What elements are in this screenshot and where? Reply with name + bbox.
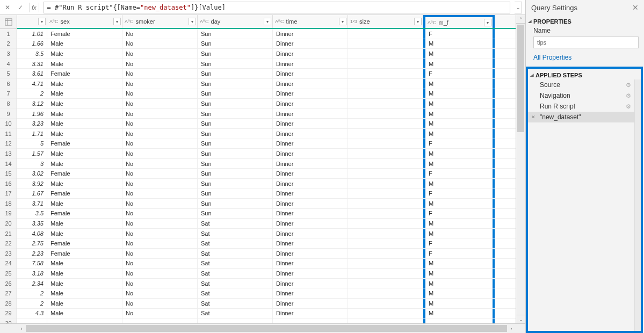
cell[interactable]: Female <box>47 69 122 78</box>
properties-section-title[interactable]: PROPERTIES <box>526 15 644 26</box>
cell[interactable]: Male <box>47 59 122 69</box>
cell[interactable]: Sun <box>198 149 273 158</box>
cell[interactable]: No <box>122 99 198 108</box>
cell[interactable]: 1.57 <box>17 149 47 158</box>
table-row[interactable]: 3.12MaleNoSunDinnerM <box>17 99 516 109</box>
column-header-sex[interactable]: AᴮCsex▾ <box>47 15 122 28</box>
cell[interactable]: 3.5 <box>17 209 47 219</box>
row-number[interactable]: 17 <box>0 189 17 199</box>
cell[interactable]: 4.71 <box>17 79 47 89</box>
cell[interactable]: M <box>423 229 495 238</box>
cell[interactable]: Sun <box>198 159 273 169</box>
cell[interactable]: No <box>122 69 198 78</box>
cell[interactable]: 3.31 <box>17 59 47 69</box>
table-row[interactable]: 3.35MaleNoSatDinnerM <box>17 219 516 229</box>
cell[interactable]: No <box>122 219 198 228</box>
cell[interactable]: No <box>122 119 198 128</box>
cell[interactable]: Sun <box>198 69 273 78</box>
cancel-icon[interactable]: ✕ <box>3 3 12 12</box>
cell[interactable]: Male <box>47 199 122 208</box>
cell[interactable]: Sun <box>198 179 273 189</box>
row-number[interactable]: 16 <box>0 179 17 189</box>
row-number[interactable]: 26 <box>0 279 17 289</box>
cell[interactable]: Sun <box>198 39 273 49</box>
row-number[interactable]: 25 <box>0 269 17 279</box>
cell[interactable]: Male <box>47 279 122 288</box>
cell[interactable]: 3.18 <box>17 269 47 278</box>
hscroll-thumb[interactable] <box>26 325 507 332</box>
cell[interactable]: Female <box>47 189 122 199</box>
column-filter-button[interactable]: ▾ <box>113 18 121 25</box>
row-number[interactable]: 13 <box>0 149 17 159</box>
fx-icon[interactable]: fx <box>29 3 39 12</box>
cell[interactable]: 2 <box>17 89 47 99</box>
cell[interactable]: Dinner <box>273 238 348 248</box>
cell[interactable]: 4.3 <box>17 309 47 318</box>
applied-step[interactable]: Source⚙ <box>528 79 634 90</box>
cell[interactable]: Female <box>47 249 122 258</box>
cell[interactable]: M <box>423 299 495 308</box>
cell[interactable]: Sat <box>198 299 273 308</box>
cell[interactable]: Dinner <box>273 179 348 189</box>
row-number[interactable]: 28 <box>0 299 17 309</box>
cell[interactable] <box>348 288 423 298</box>
column-header-time[interactable]: AᴮCtime▾ <box>273 15 348 28</box>
cell[interactable]: Sun <box>198 99 273 108</box>
cell[interactable]: Dinner <box>273 269 348 278</box>
table-row[interactable] <box>17 318 516 323</box>
table-row[interactable]: 3.31MaleNoSunDinnerM <box>17 59 516 69</box>
gear-icon[interactable]: ⚙ <box>626 82 631 89</box>
table-row[interactable]: 3.02FemaleNoSunDinnerF <box>17 169 516 179</box>
cell[interactable]: Dinner <box>273 129 348 139</box>
cell[interactable]: No <box>122 179 198 189</box>
cell[interactable]: Sun <box>198 109 273 119</box>
cell[interactable]: M <box>423 219 495 228</box>
table-row[interactable]: 5FemaleNoSunDinnerF <box>17 139 516 149</box>
cell[interactable]: Male <box>47 119 122 128</box>
cell[interactable]: 5 <box>17 139 47 149</box>
row-number[interactable]: 11 <box>0 129 17 139</box>
cell[interactable]: Male <box>47 309 122 318</box>
cell[interactable]: Dinner <box>273 279 348 288</box>
row-number[interactable]: 24 <box>0 259 17 269</box>
row-number[interactable]: 3 <box>0 49 17 59</box>
cell[interactable]: M <box>423 79 495 89</box>
cell[interactable]: No <box>122 79 198 89</box>
cell[interactable]: Male <box>47 299 122 308</box>
cell[interactable]: F <box>423 249 495 258</box>
close-icon[interactable]: ✕ <box>632 3 639 12</box>
cell[interactable]: 1.96 <box>17 109 47 119</box>
cell[interactable] <box>348 39 423 49</box>
cell[interactable]: M <box>423 89 495 99</box>
cell[interactable]: M <box>423 99 495 108</box>
cell[interactable] <box>348 269 423 278</box>
cell[interactable]: No <box>122 59 198 69</box>
cell[interactable]: Sat <box>198 259 273 269</box>
cell[interactable]: Dinner <box>273 229 348 238</box>
cell[interactable]: No <box>122 39 198 49</box>
cell[interactable]: M <box>423 49 495 59</box>
cell[interactable]: M <box>423 149 495 158</box>
table-row[interactable]: 2MaleNoSatDinnerM <box>17 299 516 309</box>
cell[interactable]: F <box>423 189 495 199</box>
row-number[interactable]: 12 <box>0 139 17 149</box>
cell[interactable]: No <box>122 269 198 278</box>
cell[interactable]: M <box>423 129 495 139</box>
cell[interactable]: Female <box>47 139 122 149</box>
cell[interactable]: F <box>423 29 495 39</box>
cell[interactable]: 2.23 <box>17 249 47 258</box>
cell[interactable]: Dinner <box>273 79 348 89</box>
cell[interactable] <box>423 318 495 323</box>
table-row[interactable]: 4.08MaleNoSatDinnerM <box>17 229 516 239</box>
commit-icon[interactable]: ✓ <box>16 3 25 12</box>
cell[interactable]: Dinner <box>273 49 348 59</box>
cell[interactable]: Male <box>47 109 122 119</box>
cell[interactable]: Sun <box>198 89 273 99</box>
cell[interactable]: No <box>122 139 198 149</box>
cell[interactable]: Male <box>47 159 122 169</box>
horizontal-scrollbar[interactable]: ‹ › <box>0 323 525 333</box>
table-row[interactable]: 7.58MaleNoSatDinnerM <box>17 259 516 269</box>
table-row[interactable]: 3.23MaleNoSunDinnerM <box>17 119 516 129</box>
cell[interactable]: No <box>122 89 198 99</box>
cell[interactable]: Dinner <box>273 99 348 108</box>
